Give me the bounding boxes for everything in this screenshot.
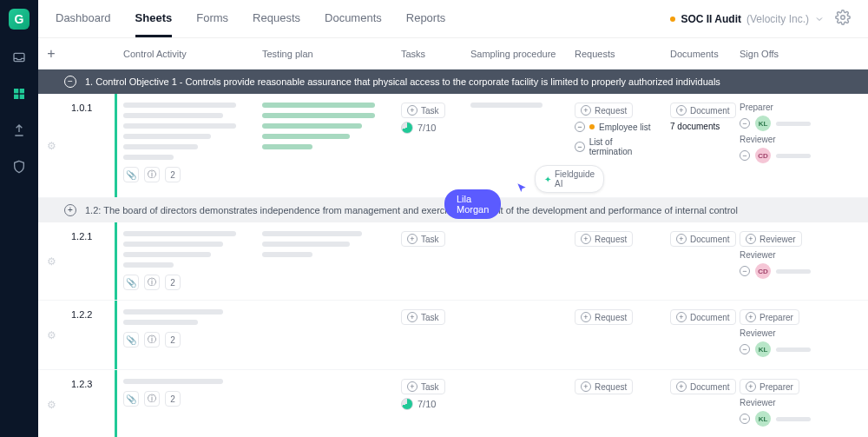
tab-sheets[interactable]: Sheets [135, 1, 173, 37]
reviewer-label: Reviewer [740, 135, 861, 144]
tab-reports[interactable]: Reports [406, 1, 446, 37]
info-icon[interactable]: ⓘ [144, 275, 160, 290]
column-headers: + Control Activity Testing plan Tasks Sa… [38, 38, 868, 70]
row-settings-icon[interactable]: ⚙ [47, 255, 56, 268]
cell-tasks[interactable]: +Task [394, 222, 464, 300]
inbox-icon[interactable] [10, 49, 28, 66]
cell-documents[interactable]: +Document 7 documents [663, 94, 733, 197]
col-signoffs[interactable]: Sign Offs [733, 49, 868, 59]
cell-requests[interactable]: +Request [568, 222, 663, 300]
count-badge[interactable]: 2 [165, 275, 181, 290]
cell-testing[interactable] [255, 222, 394, 300]
tab-documents[interactable]: Documents [325, 1, 382, 37]
cell-activity[interactable]: 📎ⓘ2 [116, 301, 255, 369]
sheets-icon[interactable] [10, 85, 28, 103]
cell-tasks[interactable]: +Task 7/10 [394, 370, 464, 437]
cell-activity[interactable]: 📎ⓘ2 [116, 222, 255, 300]
remove-icon[interactable]: − [740, 414, 750, 424]
col-testing[interactable]: Testing plan [255, 49, 394, 59]
avatar[interactable]: KL [755, 116, 771, 131]
avatar[interactable]: CD [755, 263, 771, 279]
add-document-button[interactable]: +Document [670, 379, 736, 394]
cell-activity[interactable]: 📎 ⓘ 2 [116, 94, 255, 197]
export-icon[interactable] [10, 122, 28, 139]
add-preparer-button[interactable]: +Preparer [740, 309, 799, 325]
attachment-icon[interactable]: 📎 [123, 167, 139, 182]
count-badge[interactable]: 2 [165, 167, 181, 182]
cell-requests[interactable]: +Request [568, 301, 663, 369]
add-task-button[interactable]: +Task [401, 379, 445, 394]
count-badge[interactable]: 2 [165, 332, 181, 348]
avatar[interactable]: KL [755, 411, 771, 427]
ai-chip[interactable]: ✦Fieldguide AI [535, 165, 604, 193]
col-requests[interactable]: Requests [568, 49, 663, 59]
svg-rect-4 [20, 95, 24, 99]
row-number: 1.0.1 [64, 94, 116, 197]
tab-requests[interactable]: Requests [253, 1, 300, 37]
section-header-1[interactable]: − 1. Control Objective 1 - Controls prov… [38, 70, 868, 94]
shield-icon[interactable] [10, 158, 28, 175]
attachment-icon[interactable]: 📎 [123, 332, 139, 348]
add-request-button[interactable]: +Request [575, 103, 633, 118]
add-document-button[interactable]: +Document [670, 309, 736, 325]
col-documents[interactable]: Documents [663, 49, 733, 59]
avatar[interactable]: CD [755, 148, 771, 163]
cell-requests[interactable]: +Request [568, 370, 663, 437]
row-settings-icon[interactable]: ⚙ [47, 399, 56, 411]
cell-testing[interactable] [255, 301, 394, 369]
cell-signoffs[interactable]: +Preparer Reviewer −KL [733, 301, 868, 369]
cell-tasks[interactable]: +Task [394, 301, 464, 369]
add-task-button[interactable]: +Task [401, 309, 445, 325]
col-activity[interactable]: Control Activity [116, 49, 255, 59]
attachment-icon[interactable]: 📎 [123, 391, 139, 407]
add-task-button[interactable]: +Task [401, 103, 445, 118]
request-item[interactable]: −Employee list [575, 122, 656, 132]
cell-documents[interactable]: +Document [663, 370, 733, 437]
collapse-icon[interactable]: − [64, 76, 76, 88]
add-request-button[interactable]: +Request [575, 309, 633, 325]
add-request-button[interactable]: +Request [575, 231, 633, 247]
settings-icon[interactable] [835, 10, 851, 29]
add-document-button[interactable]: +Document [670, 231, 736, 247]
cell-documents[interactable]: +Document [663, 222, 733, 300]
row-settings-icon[interactable]: ⚙ [47, 140, 56, 152]
add-task-button[interactable]: +Task [401, 231, 445, 247]
add-row-button[interactable]: + [38, 46, 64, 62]
app-logo[interactable]: G [9, 9, 30, 30]
attachment-icon[interactable]: 📎 [123, 275, 139, 290]
cell-sampling[interactable] [464, 301, 568, 369]
cell-signoffs[interactable]: +Preparer Reviewer −KL [733, 370, 868, 437]
cell-documents[interactable]: +Document [663, 301, 733, 369]
col-tasks[interactable]: Tasks [394, 49, 464, 59]
count-badge[interactable]: 2 [165, 391, 181, 407]
add-request-button[interactable]: +Request [575, 379, 633, 394]
audit-selector[interactable]: SOC II Audit (Velocity Inc.) [670, 13, 825, 25]
tab-forms[interactable]: Forms [196, 1, 228, 37]
remove-icon[interactable]: − [740, 266, 750, 276]
add-preparer-button[interactable]: +Preparer [740, 379, 799, 394]
status-dot-icon [670, 17, 675, 22]
add-document-button[interactable]: +Document [670, 103, 736, 118]
remove-icon[interactable]: − [740, 344, 750, 354]
cell-signoffs[interactable]: +Reviewer Reviewer −CD [733, 222, 868, 300]
cell-activity[interactable]: 📎ⓘ2 [116, 370, 255, 437]
row-settings-icon[interactable]: ⚙ [47, 329, 56, 341]
cell-testing[interactable]: ✦Fieldguide AI Lila Morgan [255, 94, 394, 197]
cell-signoffs[interactable]: Preparer −KL Reviewer −CD [733, 94, 868, 197]
remove-icon[interactable]: − [740, 118, 750, 129]
info-icon[interactable]: ⓘ [144, 391, 160, 407]
cell-tasks[interactable]: +Task 7/10 [394, 94, 464, 197]
cell-sampling[interactable] [464, 370, 568, 437]
info-icon[interactable]: ⓘ [144, 167, 160, 182]
col-sampling[interactable]: Sampling procedure [464, 49, 568, 59]
info-icon[interactable]: ⓘ [144, 332, 160, 348]
request-item[interactable]: −List of termination [575, 137, 656, 156]
avatar[interactable]: KL [755, 341, 771, 357]
cursor-icon [516, 182, 528, 195]
add-reviewer-button[interactable]: +Reviewer [740, 231, 802, 247]
cell-testing[interactable] [255, 370, 394, 437]
expand-icon[interactable]: + [64, 204, 76, 216]
remove-icon[interactable]: − [740, 150, 750, 161]
cell-sampling[interactable] [464, 222, 568, 300]
tab-dashboard[interactable]: Dashboard [56, 1, 111, 37]
